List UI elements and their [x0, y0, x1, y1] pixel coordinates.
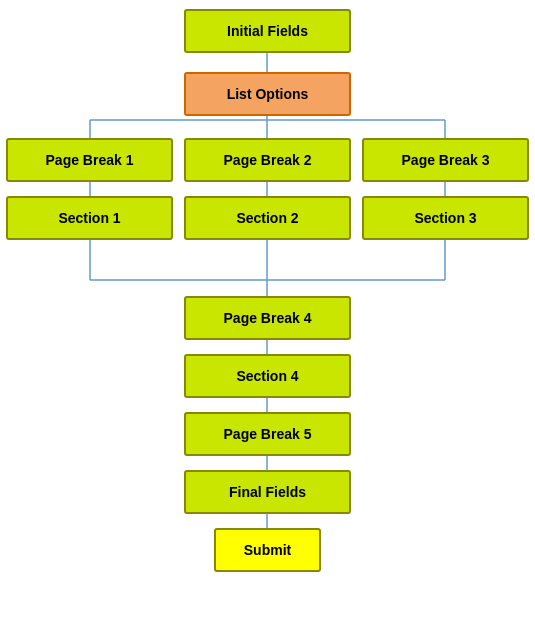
section-2-label: Section 2	[236, 210, 298, 226]
section-1-node: Section 1	[6, 196, 173, 240]
list-options-node: List Options	[184, 72, 351, 116]
initial-fields-label: Initial Fields	[227, 23, 308, 39]
page-break-1-label: Page Break 1	[46, 152, 134, 168]
final-fields-node: Final Fields	[184, 470, 351, 514]
section-3-node: Section 3	[362, 196, 529, 240]
initial-fields-node: Initial Fields	[184, 9, 351, 53]
page-break-2-node: Page Break 2	[184, 138, 351, 182]
page-break-2-label: Page Break 2	[224, 152, 312, 168]
section-3-label: Section 3	[414, 210, 476, 226]
page-break-3-node: Page Break 3	[362, 138, 529, 182]
page-break-4-label: Page Break 4	[224, 310, 312, 326]
page-break-1-node: Page Break 1	[6, 138, 173, 182]
page-break-3-label: Page Break 3	[402, 152, 490, 168]
submit-label: Submit	[244, 542, 291, 558]
section-4-node: Section 4	[184, 354, 351, 398]
page-break-5-label: Page Break 5	[224, 426, 312, 442]
diagram: Initial Fields List Options Page Break 1…	[0, 0, 535, 617]
section-4-label: Section 4	[236, 368, 298, 384]
final-fields-label: Final Fields	[229, 484, 306, 500]
page-break-5-node: Page Break 5	[184, 412, 351, 456]
section-2-node: Section 2	[184, 196, 351, 240]
submit-node[interactable]: Submit	[214, 528, 321, 572]
page-break-4-node: Page Break 4	[184, 296, 351, 340]
section-1-label: Section 1	[58, 210, 120, 226]
list-options-label: List Options	[227, 86, 309, 102]
